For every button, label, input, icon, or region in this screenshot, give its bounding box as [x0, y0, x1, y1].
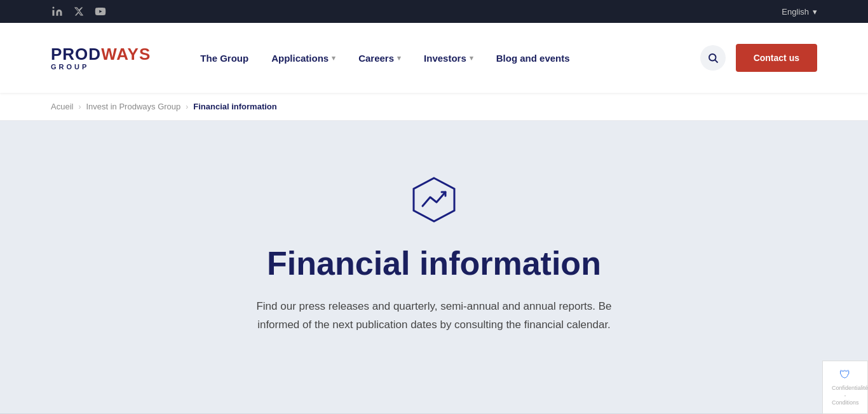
logo[interactable]: PRODWAYS GROUP	[51, 46, 151, 71]
hero-section: Financial information Find our press rel…	[0, 121, 868, 413]
breadcrumb: Acueil › Invest in Prodways Group › Fina…	[0, 93, 868, 121]
social-links	[51, 5, 107, 18]
top-bar: English ▾	[0, 0, 868, 23]
breadcrumb-home[interactable]: Acueil	[51, 102, 73, 111]
chevron-down-icon: ▾	[332, 54, 336, 62]
twitter-x-icon[interactable]	[72, 5, 85, 18]
hero-description: Find our press releases and quarterly, s…	[250, 298, 618, 335]
recaptcha-logo: 🛡	[832, 368, 858, 382]
search-icon	[707, 52, 719, 64]
breadcrumb-current: Financial information	[193, 102, 276, 111]
trending-up-icon	[409, 174, 459, 225]
breadcrumb-separator: ›	[186, 102, 188, 111]
breadcrumb-invest[interactable]: Invest in Prodways Group	[86, 102, 180, 111]
linkedin-icon[interactable]	[51, 5, 64, 18]
recaptcha-text: Confidentialité - Conditions	[832, 385, 858, 407]
breadcrumb-separator: ›	[78, 102, 81, 111]
header-actions: Contact us	[700, 44, 817, 72]
svg-point-0	[53, 7, 55, 9]
contact-button[interactable]: Contact us	[736, 44, 817, 72]
page-title: Financial information	[267, 244, 601, 282]
nav-item-the-group[interactable]: The Group	[189, 23, 260, 93]
youtube-icon[interactable]	[94, 5, 107, 18]
header: PRODWAYS GROUP The Group Applications ▾ …	[0, 23, 868, 93]
svg-line-3	[715, 60, 717, 62]
svg-point-2	[709, 54, 716, 61]
search-button[interactable]	[700, 45, 726, 71]
chevron-down-icon: ▾	[813, 7, 817, 17]
nav-item-investors[interactable]: Investors ▾	[412, 23, 485, 93]
main-nav: The Group Applications ▾ Careers ▾ Inves…	[189, 23, 700, 93]
language-selector[interactable]: English ▾	[782, 7, 817, 17]
chevron-down-icon: ▾	[470, 54, 473, 62]
chevron-down-icon: ▾	[397, 54, 401, 62]
nav-item-applications[interactable]: Applications ▾	[260, 23, 347, 93]
nav-item-blog-and-events[interactable]: Blog and events	[485, 23, 581, 93]
nav-item-careers[interactable]: Careers ▾	[347, 23, 412, 93]
recaptcha-badge: 🛡 Confidentialité - Conditions	[822, 361, 868, 414]
